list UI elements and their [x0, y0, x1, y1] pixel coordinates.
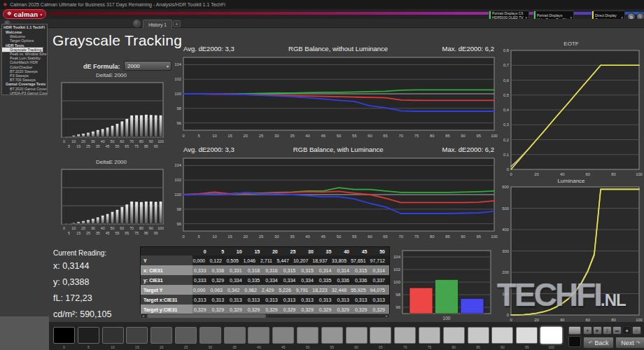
pattern-swatch-40[interactable]: [248, 327, 270, 344]
reading-x: x: 0,3144: [53, 261, 111, 271]
pattern-swatch-15[interactable]: [126, 327, 148, 344]
pause-icon[interactable]: ∥: [603, 326, 612, 335]
svg-text:100: 100: [491, 134, 498, 138]
pattern-swatch-45[interactable]: [272, 327, 294, 344]
table-cell: 0,000: [192, 258, 209, 263]
table-cell: 1,046: [243, 258, 260, 263]
svg-text:400: 400: [502, 227, 509, 232]
svg-text:30: 30: [91, 226, 95, 230]
svg-text:50: 50: [337, 134, 341, 138]
column-header: 30: [300, 249, 318, 254]
stop-icon[interactable]: ▬: [612, 326, 622, 335]
svg-text:85: 85: [144, 231, 148, 235]
pattern-swatch-30[interactable]: [200, 327, 221, 344]
reading-fl: fL: 172,23: [53, 293, 111, 303]
pattern-swatch-90[interactable]: [491, 327, 513, 344]
column-header: 45: [354, 249, 372, 254]
play-icon[interactable]: ▶: [593, 326, 602, 335]
table-scrollbar[interactable]: ◂ ▸: [140, 314, 390, 318]
avg-de-label: Avg. dE2000: 3,3: [183, 146, 234, 153]
de-formula-dropdown[interactable]: 2000 ▾: [124, 61, 172, 71]
svg-text:85: 85: [144, 144, 148, 148]
table-cell: 0,333: [192, 278, 211, 283]
table-cell: 0,316: [264, 268, 282, 273]
add-tab-button[interactable]: +: [173, 20, 181, 27]
table-cell: 0,337: [371, 278, 389, 283]
chart-title: RGB Balance, with Luminance: [293, 146, 384, 153]
pattern-toolbar: 0510152025303540455055606570758085909510…: [49, 322, 644, 350]
pattern-swatch-25[interactable]: [175, 327, 197, 344]
pattern-swatch-55[interactable]: [321, 327, 343, 344]
marker-icon[interactable]: ◆: [622, 326, 631, 335]
scrollbar-thumb[interactable]: [147, 314, 266, 318]
sidebar-footer-panel: [0, 316, 49, 350]
svg-text:80: 80: [430, 134, 434, 138]
pattern-swatch-100[interactable]: [540, 327, 562, 344]
svg-text:20: 20: [534, 172, 538, 176]
scroll-right-icon[interactable]: ▸: [384, 314, 389, 318]
svg-text:75: 75: [134, 231, 139, 235]
svg-text:20: 20: [244, 234, 248, 239]
sidebar-item-uhda-p3-gamut-coverage[interactable]: UHDA-P3 Gamut Coverage: [2, 91, 47, 95]
svg-text:35: 35: [290, 134, 294, 138]
swatch-label: 0: [53, 345, 75, 349]
pattern-swatch-80[interactable]: [443, 327, 465, 344]
table-cell: 0,313: [192, 298, 211, 302]
table-row: y: CIE310,3330,3290,3340,3350,3340,3340,…: [141, 275, 389, 285]
current-reading-label: Current Reading:: [53, 249, 111, 257]
svg-text:70: 70: [130, 226, 134, 230]
svg-text:45: 45: [321, 234, 326, 239]
window-title: Calman 2025 Calman Ultimate for Business…: [10, 2, 225, 7]
eotf-plot: 00,10,20,30,40,50,60,70,8020406080100: [498, 41, 644, 178]
pattern-black-button[interactable]: [568, 336, 581, 347]
svg-text:5: 5: [198, 134, 200, 138]
table-cell: 57,651: [351, 258, 370, 263]
circle-icon[interactable]: ○: [632, 326, 641, 335]
svg-text:35: 35: [96, 231, 100, 235]
reading-y: y: 0,3388: [53, 277, 111, 287]
swatch-label: 70: [394, 345, 416, 349]
tab-history-1[interactable]: History 1: [143, 20, 172, 29]
pattern-preview-button[interactable]: [568, 326, 581, 335]
column-header: 5: [211, 249, 229, 254]
svg-text:0,3: 0,3: [503, 122, 509, 127]
pattern-swatch-35[interactable]: [224, 327, 246, 344]
snapshot-icon[interactable]: [133, 20, 141, 27]
pattern-swatch-75[interactable]: [419, 327, 440, 344]
table-cell: 2,711: [260, 258, 276, 263]
table-cell: 0,313: [282, 298, 300, 302]
scroll-left-icon[interactable]: ◂: [141, 314, 146, 318]
chart-title: DeltaE 2000: [52, 159, 171, 165]
pattern-swatch-10[interactable]: [102, 327, 124, 344]
table-row: Target Y0,0000,0630,3420,9822,4295,2269,…: [141, 285, 389, 295]
calman-menu-button[interactable]: ❖ calman ▾: [3, 9, 46, 19]
workflow-sidebar: HDR Toolkit 1.1 TechFi WelcomeWelcomeTar…: [1, 24, 48, 95]
record-icon[interactable]: ●: [583, 326, 592, 335]
svg-text:0: 0: [507, 313, 509, 317]
pattern-swatch-0[interactable]: [53, 327, 75, 344]
svg-text:98: 98: [177, 207, 181, 211]
pattern-swatch-70[interactable]: [394, 327, 416, 344]
max-de-label: Max. dE2000: 6,2: [442, 45, 494, 52]
pattern-swatch-50[interactable]: [297, 327, 318, 344]
table-cell: 0,329: [264, 307, 282, 312]
pattern-swatch-85[interactable]: [468, 327, 489, 344]
row-label: Y: [141, 255, 192, 265]
swatch-label: 75: [419, 345, 440, 349]
next-button[interactable]: Next ↷: [615, 337, 644, 349]
svg-text:15: 15: [76, 144, 80, 148]
table-cell: 0,335: [318, 278, 336, 283]
tab-label: History 1: [148, 22, 167, 27]
table-cell: 5,447: [276, 258, 293, 263]
back-button[interactable]: ↶ Back: [583, 337, 614, 349]
table-cell: 0,342: [227, 288, 244, 293]
sidebar-item-gamut-coverage-tests[interactable]: Gamut Coverage Tests: [2, 82, 47, 86]
pattern-swatch-95[interactable]: [516, 327, 538, 344]
pattern-swatch-60[interactable]: [346, 327, 368, 344]
svg-text:55: 55: [352, 234, 356, 239]
pattern-swatch-5[interactable]: [78, 327, 99, 344]
svg-text:80: 80: [611, 172, 615, 176]
pattern-swatch-20[interactable]: [150, 327, 172, 344]
pattern-swatch-65[interactable]: [370, 327, 391, 344]
de-formula-value: 2000: [125, 63, 167, 69]
